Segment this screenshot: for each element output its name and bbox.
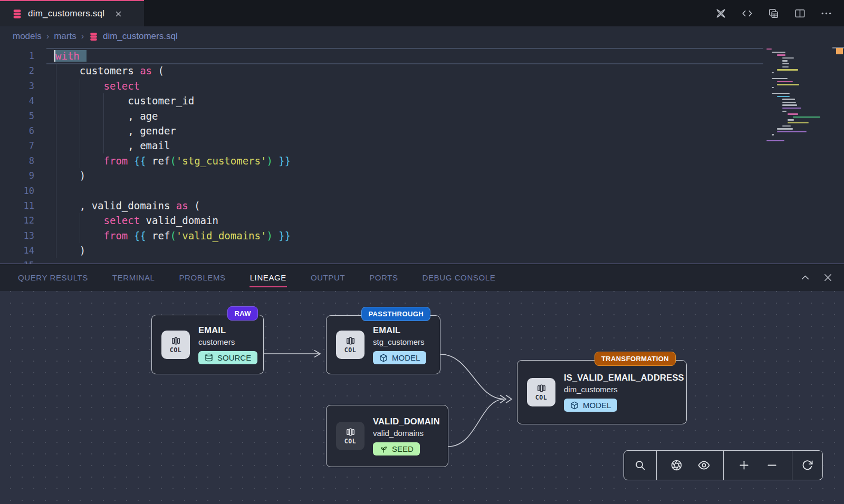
columns-icon [346,427,356,437]
minimap-line [782,63,789,64]
editor-actions [715,0,844,26]
refresh-icon [801,459,813,471]
code-line-14[interactable]: ) [55,243,763,258]
node-category-badge: PASSTHROUGH [361,307,430,321]
tab-title: dim_customers.sql [28,8,104,19]
panel-tab-problems[interactable]: PROBLEMS [179,269,226,286]
columns-icon [346,336,356,346]
code-line-10[interactable] [55,183,763,198]
tab-dim-customers[interactable]: dim_customers.sql [0,0,144,26]
search-button[interactable] [632,458,648,473]
minimap-line [772,72,774,73]
refresh-button[interactable] [800,458,816,473]
line-number: 5 [0,109,47,123]
scrollbar[interactable] [832,46,844,264]
minimap-line [777,96,790,97]
lineage-node-dim_customers[interactable]: TRANSFORMATIONCOLIS_VALID_EMAIL_ADDRESSd… [517,360,687,424]
code-editor[interactable]: 123456789101112131415 with customers as … [0,46,844,264]
minimap-line [782,125,791,127]
vscode-window: dim_customers.sql models›marts›dim_custo… [0,0,844,504]
code-line-13[interactable]: from {{ ref('valid_domains') }} [55,228,763,243]
panel-tab-output[interactable]: OUTPUT [310,269,346,286]
minimap-line [782,57,794,59]
code-line-12[interactable]: select valid_domain [55,213,763,228]
lineage-canvas[interactable]: RAWCOLEMAILcustomersSOURCEPASSTHROUGHCOL… [0,291,844,504]
dbt-icon[interactable] [715,7,727,20]
close-panel-icon[interactable] [822,272,833,283]
code-line-15[interactable] [55,258,763,264]
toolbar-segment [792,451,822,480]
code-content[interactable]: with customers as ( select customer_id ,… [55,49,763,264]
lineage-node-customers[interactable]: RAWCOLEMAILcustomersSOURCE [151,315,264,374]
minimap-line [782,108,801,109]
node-type-badge-model: MODEL [373,351,426,364]
minus-icon [766,459,778,471]
database-file-icon [89,32,99,42]
split-editor-icon[interactable] [794,7,806,20]
line-number: 11 [0,198,47,213]
column-chip[interactable]: COL [161,331,190,359]
code-line-1[interactable]: with [55,49,763,63]
code-icon[interactable] [741,7,753,20]
line-number: 12 [0,213,47,228]
column-chip[interactable]: COL [336,422,365,450]
code-line-6[interactable]: , gender [55,123,763,138]
code-line-7[interactable]: , email [55,138,763,153]
more-actions-icon[interactable] [820,7,832,20]
code-line-4[interactable]: customer_id [55,93,763,108]
code-line-3[interactable]: select [55,79,763,93]
minimap-line [782,104,797,105]
database-icon [205,353,213,362]
plus-icon [738,459,750,471]
minimap[interactable] [763,46,832,264]
lineage-node-stg_customers[interactable]: PASSTHROUGHCOLEMAILstg_customersMODEL [326,315,440,374]
node-model-name: customers [198,337,257,346]
aperture-button[interactable] [668,458,684,473]
panel-tab-query-results[interactable]: QUERY RESULTS [17,269,89,286]
tab-close-icon[interactable] [114,9,123,18]
cube-icon [570,401,579,410]
column-chip[interactable]: COL [336,331,365,359]
database-file-icon [12,8,23,20]
eye-button[interactable] [696,458,712,473]
minimap-line [766,49,772,50]
code-line-11[interactable]: , valid_domains as ( [55,198,763,213]
indent-guide [80,79,80,168]
line-number: 15 [0,258,47,264]
overview-ruler-marker [836,48,843,54]
seedling-icon [379,445,388,453]
panel-tab-ports[interactable]: PORTS [369,269,398,286]
minus-button[interactable] [764,458,780,473]
toolbar-segment [724,451,792,480]
copy-table-icon[interactable] [768,7,780,20]
code-line-9[interactable]: ) [55,168,763,183]
column-chip[interactable]: COL [527,378,555,406]
line-number: 7 [0,138,47,153]
code-line-2[interactable]: customers as ( [55,63,763,78]
code-line-8[interactable]: from {{ ref('stg_customers') }} [55,153,763,168]
line-number: 2 [0,63,47,78]
panel-tab-debug-console[interactable]: DEBUG CONSOLE [422,269,496,286]
node-column-name: IS_VALID_EMAIL_ADDRESS [564,373,684,383]
breadcrumb-item-marts[interactable]: marts [54,31,76,42]
minimap-line [788,119,794,120]
code-line-5[interactable]: , age [55,109,763,123]
toolbar-segment [624,451,657,480]
node-category-badge: TRANSFORMATION [594,352,676,366]
breadcrumb-item-models[interactable]: models [13,31,42,42]
minimap-line [782,60,788,61]
collapse-panel-icon[interactable] [800,272,811,283]
minimap-line [766,140,784,141]
minimap-line [782,99,795,100]
editor-tab-bar: dim_customers.sql [0,0,844,26]
line-number-gutter: 123456789101112131415 [0,49,47,264]
arrowhead-icon [506,395,512,403]
plus-button[interactable] [736,458,752,473]
panel-tab-lineage[interactable]: LINEAGE [250,269,287,286]
lineage-node-valid_domains[interactable]: COLVALID_DOMAINvalid_domainsSEED [326,405,448,467]
panel-tab-terminal[interactable]: TERMINAL [112,269,156,286]
minimap-line [782,102,796,103]
minimap-line [793,117,820,118]
minimap-line [777,69,798,70]
breadcrumb-file[interactable]: dim_customers.sql [89,31,178,42]
